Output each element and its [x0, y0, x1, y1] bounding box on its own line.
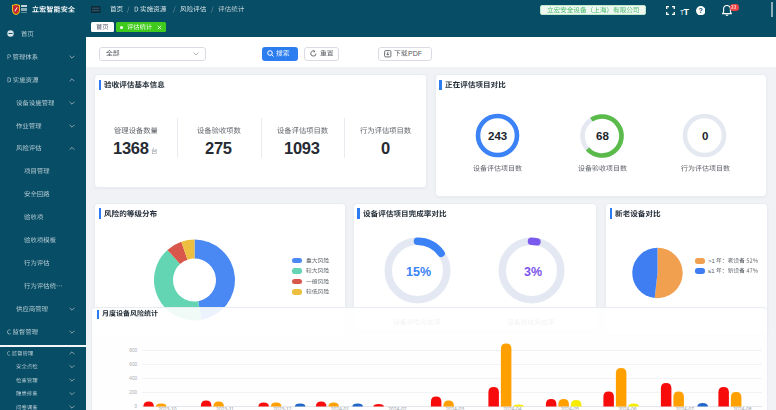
svg-text:2023-10: 2023-10 — [158, 406, 177, 410]
svg-text:400: 400 — [129, 376, 137, 381]
svg-text:2024-04: 2024-04 — [503, 406, 522, 410]
svg-text:800: 800 — [129, 348, 137, 353]
svg-text:2024-08: 2024-08 — [733, 406, 752, 410]
svg-text:2024-03: 2024-03 — [446, 406, 465, 410]
svg-text:2023-11: 2023-11 — [216, 406, 234, 410]
svg-text:2024-07: 2024-07 — [676, 406, 695, 410]
svg-text:2023-12: 2023-12 — [273, 406, 292, 410]
svg-text:2024-05: 2024-05 — [561, 406, 580, 410]
svg-text:600: 600 — [129, 362, 137, 367]
svg-text:2024-01: 2024-01 — [331, 406, 350, 410]
svg-text:200: 200 — [129, 390, 137, 395]
svg-text:0: 0 — [134, 404, 137, 409]
svg-text:2024-02: 2024-02 — [388, 406, 407, 410]
svg-text:2024-06: 2024-06 — [618, 406, 637, 410]
